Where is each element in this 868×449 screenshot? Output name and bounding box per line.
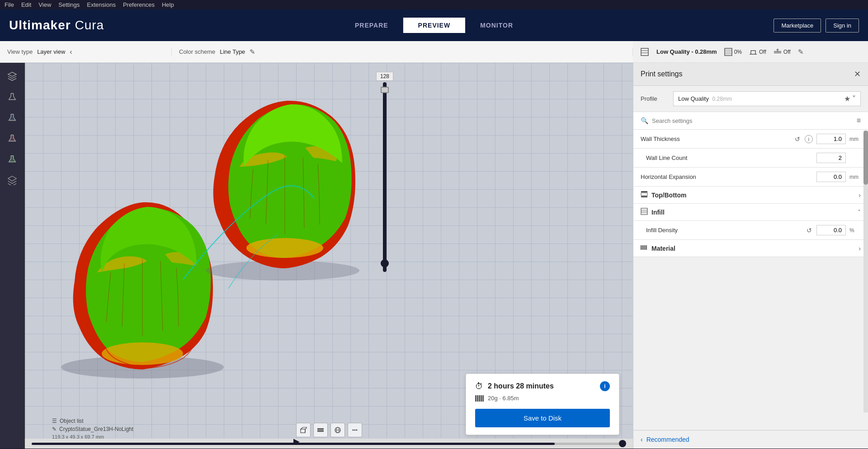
svg-rect-42 — [646, 245, 647, 250]
view-type-chevron[interactable]: ‹ — [70, 48, 72, 56]
menu-preferences[interactable]: Preferences — [123, 1, 155, 8]
info-button[interactable]: i — [600, 381, 610, 391]
setting-infill-section[interactable]: Infill ˅ — [633, 204, 868, 221]
menu-extensions[interactable]: Extensions — [87, 1, 116, 8]
svg-rect-28 — [479, 395, 480, 402]
layer-slider[interactable]: 128 — [376, 72, 393, 272]
recommended-button[interactable]: ‹ Recommended — [641, 436, 689, 443]
marketplace-button[interactable]: Marketplace — [774, 19, 821, 33]
viewport[interactable]: ☰ Object list ✎ CryptoStatue_Gre13H-NoLi… — [25, 63, 633, 449]
wall-line-count-label: Wall Line Count — [646, 154, 816, 161]
object-name-row: ✎ CryptoStatue_Gre13H-NoLight — [52, 426, 133, 432]
tool-solid[interactable] — [3, 67, 21, 85]
toolbar-color-scheme: Color scheme Line Type ✎ — [172, 48, 633, 56]
setting-top-bottom-section[interactable]: Top/Bottom › — [633, 187, 868, 204]
setting-wall-thickness: Wall Thickness ↺ i mm — [633, 130, 868, 149]
profile-sub-text: 0.28mm — [712, 96, 732, 102]
material-expand-icon[interactable]: › — [859, 245, 861, 252]
horizontal-expansion-input[interactable] — [816, 172, 846, 182]
menu-file[interactable]: File — [5, 1, 14, 8]
infill-expand-icon[interactable]: ˅ — [858, 209, 861, 216]
progress-thumb[interactable] — [619, 440, 626, 447]
top-bottom-expand-icon[interactable]: › — [859, 192, 861, 199]
svg-rect-40 — [643, 245, 644, 250]
svg-rect-0 — [641, 48, 648, 56]
tool-flask3[interactable] — [3, 130, 21, 148]
bottom-tools-bar — [296, 423, 362, 437]
svg-rect-17 — [317, 428, 324, 429]
print-settings-edit[interactable]: ✎ — [798, 48, 804, 56]
tab-prepare[interactable]: PREPARE — [340, 18, 403, 33]
bottom-tool-wireframe[interactable] — [330, 423, 345, 437]
color-scheme-edit[interactable]: ✎ — [250, 48, 255, 56]
menu-view[interactable]: View — [38, 1, 51, 8]
svg-rect-19 — [317, 431, 324, 432]
wall-thickness-input[interactable] — [816, 134, 846, 144]
save-to-disk-button[interactable]: Save to Disk — [475, 409, 610, 427]
menu-settings[interactable]: Settings — [58, 1, 80, 8]
setting-material-section[interactable]: Material › — [633, 240, 868, 257]
infill-density-label: Infill Density — [646, 227, 806, 234]
tool-layers[interactable] — [3, 171, 21, 189]
horizontal-expansion-unit: mm — [849, 174, 861, 180]
panel-scrollbar[interactable] — [863, 131, 868, 412]
layer-slider-track[interactable] — [383, 82, 387, 272]
panel-scrollbar-thumb[interactable] — [863, 131, 868, 185]
bottom-tool-cube[interactable] — [296, 423, 311, 437]
settings-menu-icon[interactable]: ≡ — [857, 117, 861, 125]
bottom-tool-extra[interactable] — [348, 423, 362, 437]
solid-view-icon — [7, 71, 17, 81]
top-bottom-label: Top/Bottom — [651, 192, 859, 199]
signin-button[interactable]: Sign in — [826, 19, 859, 33]
svg-rect-26 — [475, 395, 476, 402]
wall-line-count-input[interactable] — [816, 153, 846, 163]
flask2-icon — [7, 113, 17, 123]
main-area: ☰ Object list ✎ CryptoStatue_Gre13H-NoLi… — [0, 63, 868, 449]
profile-select-dropdown[interactable]: Low Quality 0.28mm ★ ˅ — [673, 91, 861, 106]
search-settings-input[interactable] — [652, 117, 853, 124]
infill-density-controls: ↺ % — [806, 225, 861, 235]
svg-rect-38 — [641, 245, 642, 250]
wall-thickness-info[interactable]: i — [805, 135, 813, 143]
menu-help[interactable]: Help — [162, 1, 174, 8]
bottom-tool-layers[interactable] — [313, 423, 328, 437]
panel-close-button[interactable]: ✕ — [854, 69, 861, 79]
toolbar-print-settings: Low Quality - 0.28mm 0% Off — [633, 41, 868, 62]
profile-row: Profile Low Quality 0.28mm ★ ˅ — [633, 86, 868, 112]
menu-edit[interactable]: Edit — [21, 1, 31, 8]
wall-thickness-reset[interactable]: ↺ — [794, 135, 801, 144]
material-section-icon — [641, 244, 648, 253]
layers-icon — [7, 175, 17, 185]
cube-icon — [300, 426, 307, 434]
svg-rect-33 — [641, 193, 647, 196]
tab-monitor[interactable]: MONITOR — [465, 18, 528, 33]
flask4-icon — [7, 154, 17, 164]
support-icon — [749, 48, 757, 56]
profile-star-icon[interactable]: ★ — [844, 94, 850, 103]
wall-thickness-unit: mm — [849, 136, 861, 142]
edit-icon-obj: ✎ — [52, 426, 57, 432]
toolbar-adhesion-stat: Off — [774, 48, 791, 56]
profile-chevron-down-icon[interactable]: ˅ — [852, 94, 856, 103]
panel-title: Print settings — [641, 70, 682, 78]
tab-preview[interactable]: PREVIEW — [403, 18, 466, 33]
profile-actions: ★ ˅ — [844, 94, 856, 103]
profile-label: Profile — [641, 95, 668, 102]
infill-density-reset[interactable]: ↺ — [806, 226, 813, 235]
infill-section-label: Infill — [651, 209, 858, 216]
flask1-icon — [7, 92, 17, 102]
infill-icon — [724, 48, 732, 56]
recommended-chevron-icon: ‹ — [641, 436, 643, 443]
material-row: 20g · 6.85m — [475, 395, 610, 402]
infill-density-input[interactable] — [816, 225, 846, 235]
layer-slider-value: 128 — [376, 72, 393, 81]
tool-flask1[interactable] — [3, 88, 21, 106]
tool-flask2[interactable] — [3, 109, 21, 127]
tool-flask4[interactable] — [3, 150, 21, 168]
header-right: Marketplace Sign in — [774, 19, 859, 33]
horizontal-expansion-label: Horizontal Expansion — [641, 173, 816, 180]
layer-progress-bar[interactable]: ▶ — [25, 439, 633, 449]
layer-slider-top-thumb[interactable] — [381, 87, 389, 93]
header: Ultimaker Cura PREPARE PREVIEW MONITOR M… — [0, 9, 868, 41]
layer-slider-bottom-thumb[interactable] — [381, 259, 389, 267]
